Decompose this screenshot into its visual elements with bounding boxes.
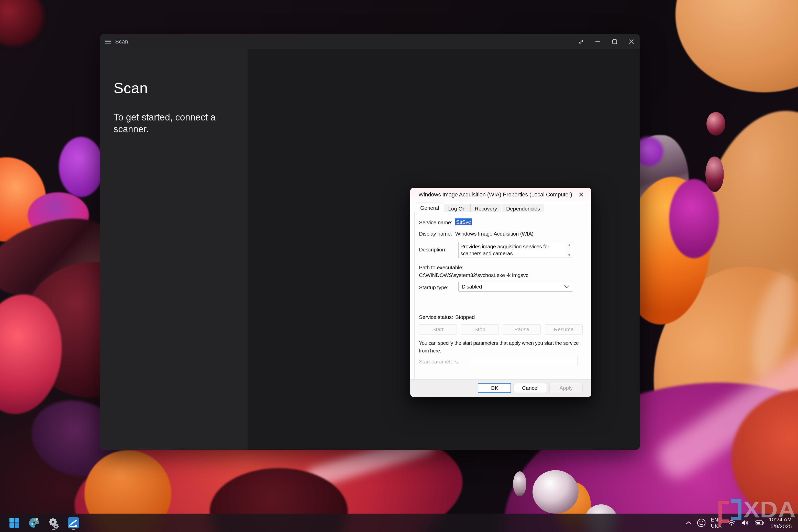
dialog-footer: OK Cancel Apply	[410, 379, 591, 397]
start-button[interactable]: Start	[419, 324, 457, 335]
running-indicator	[72, 529, 75, 530]
dialog-titlebar: Windows Image Acquisition (WIA) Properti…	[410, 188, 591, 202]
taskbar-paint-app[interactable]	[28, 515, 40, 531]
taskbar-scan-app[interactable]	[68, 515, 79, 531]
clock[interactable]: 10:24 AM 5/9/2025	[769, 516, 792, 530]
dialog-close-button[interactable]: ✕	[575, 190, 587, 200]
tray-volume[interactable]	[741, 519, 749, 526]
scan-titlebar: Scan	[100, 34, 640, 49]
path-to-executable-label: Path to executable:	[419, 264, 463, 271]
tab-log-on[interactable]: Log On	[444, 204, 470, 212]
wallpaper-blob	[513, 471, 526, 496]
language-indicator[interactable]: ENG UKX	[711, 517, 722, 529]
battery-charging-icon	[754, 519, 764, 526]
chevron-down-icon	[564, 285, 570, 288]
start-parameters-note: You can specify the start parameters tha…	[419, 339, 586, 355]
tab-dependencies[interactable]: Dependencies	[502, 204, 544, 212]
start-parameters-label: Start parameters:	[419, 359, 459, 365]
tab-recovery[interactable]: Recovery	[470, 204, 501, 212]
display-name-label: Display name:	[419, 231, 452, 237]
service-status-value: Stopped	[455, 314, 475, 320]
tray-chevron-up[interactable]	[686, 521, 692, 525]
gears-icon	[48, 517, 60, 529]
paint-icon	[28, 517, 40, 528]
wallpaper-blob	[0, 0, 43, 46]
minimize-button[interactable]	[589, 34, 606, 49]
tray-smiley-app[interactable]	[697, 518, 706, 527]
scanner-icon	[68, 517, 79, 529]
description-textbox[interactable]: Provides image acquisition services for …	[458, 242, 573, 258]
scroll-down-icon[interactable]: ▼	[568, 253, 571, 257]
close-button[interactable]	[623, 34, 640, 49]
wia-properties-dialog: Windows Image Acquisition (WIA) Properti…	[410, 188, 591, 397]
display-name-value: Windows Image Acquisition (WIA)	[455, 231, 534, 237]
startup-type-label: Startup type:	[419, 284, 448, 290]
speaker-icon	[741, 519, 749, 526]
startup-type-value: Disabled	[462, 284, 482, 290]
pause-button[interactable]: Pause	[503, 324, 541, 335]
wifi-icon	[727, 519, 736, 526]
cancel-button[interactable]: Cancel	[514, 383, 547, 393]
start-parameters-input[interactable]	[468, 356, 577, 366]
resume-button[interactable]: Resume	[545, 324, 583, 335]
wallpaper-blob	[533, 470, 578, 514]
service-name-label: Service name:	[419, 220, 452, 226]
tab-general[interactable]: General	[416, 203, 443, 212]
hamburger-menu-icon[interactable]	[105, 39, 111, 44]
wallpaper-blob	[706, 112, 725, 136]
scan-empty-state-message: To get started, connect a scanner.	[114, 112, 228, 135]
windows-logo-icon	[9, 517, 20, 528]
fullscreen-button[interactable]	[572, 34, 589, 49]
wallpaper-blob	[665, 0, 798, 104]
running-indicator	[52, 529, 56, 530]
ok-button[interactable]: OK	[478, 383, 511, 393]
diagonal-resize-icon	[577, 38, 584, 45]
clock-date: 5/9/2025	[769, 523, 792, 530]
description-label: Description:	[419, 247, 446, 253]
path-to-executable-value: C:\WINDOWS\system32\svchost.exe -k imgsv…	[419, 272, 528, 278]
description-scrollbar[interactable]: ▲ ▼	[566, 242, 573, 258]
service-status-label: Service status:	[419, 314, 453, 320]
tray-network[interactable]	[727, 519, 736, 526]
taskbar: ENG UKX 10:24 AM	[0, 514, 798, 532]
wallpaper-blob	[59, 137, 103, 197]
maximize-icon	[611, 39, 618, 45]
scroll-up-icon[interactable]: ▲	[568, 243, 571, 247]
scan-sidebar: Scan To get started, connect a scanner.	[100, 49, 248, 450]
stop-button[interactable]: Stop	[461, 324, 499, 335]
minimize-icon	[595, 39, 601, 45]
chevron-up-icon	[686, 521, 692, 525]
maximize-button[interactable]	[606, 34, 623, 49]
description-text: Provides image acquisition services for …	[460, 243, 565, 257]
taskbar-services-app[interactable]	[48, 515, 60, 531]
startup-type-dropdown[interactable]: Disabled	[458, 282, 573, 291]
dialog-title: Windows Image Acquisition (WIA) Properti…	[418, 191, 572, 198]
selected-text[interactable]: StiSvc	[455, 218, 472, 225]
apply-button[interactable]: Apply	[549, 383, 583, 393]
service-name-value: StiSvc	[455, 219, 472, 225]
scan-window-title: Scan	[115, 38, 128, 45]
close-icon	[628, 39, 634, 45]
wallpaper-blob	[705, 156, 724, 192]
separator	[419, 308, 583, 308]
dialog-tabstrip: General Log On Recovery Dependencies	[416, 203, 545, 212]
scan-page-title: Scan	[114, 79, 148, 96]
start-button[interactable]	[8, 515, 20, 531]
smiley-icon	[697, 518, 706, 527]
tray-battery[interactable]	[754, 519, 764, 526]
clock-time: 10:24 AM	[769, 516, 792, 523]
